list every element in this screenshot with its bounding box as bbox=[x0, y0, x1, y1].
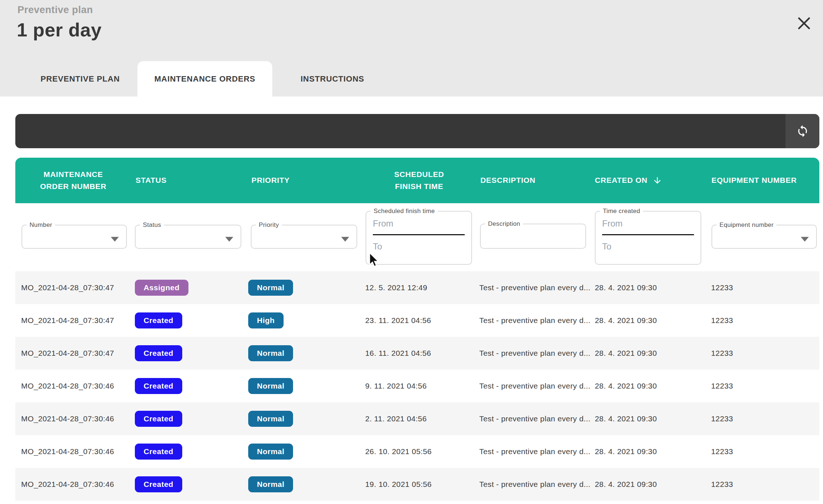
cell-created-on: 28. 4. 2021 09:30 bbox=[592, 337, 709, 370]
priority-badge: Normal bbox=[248, 476, 293, 492]
cell-priority: Normal bbox=[246, 435, 361, 468]
dropdown-arrow-icon bbox=[341, 237, 349, 241]
cell-status: Created bbox=[131, 435, 246, 468]
tab-preventive-plan[interactable]: PREVENTIVE PLAN bbox=[22, 61, 139, 97]
cell-scheduled-finish-time: 2. 11. 2021 04:56 bbox=[361, 402, 477, 435]
cell-order-number: MO_2021-04-28_07:30:47 bbox=[15, 271, 131, 304]
cell-equipment-number: 12233 bbox=[709, 435, 819, 468]
cell-description: Test - preventive plan every d... bbox=[477, 370, 592, 402]
cell-status: Created bbox=[131, 337, 246, 370]
status-badge: Assigned bbox=[135, 280, 188, 296]
column-header-order-number[interactable]: MAINTENANCE ORDER NUMBER bbox=[15, 158, 131, 203]
scheduled-finish-from-input[interactable] bbox=[373, 215, 465, 235]
time-created-from-input[interactable] bbox=[602, 215, 694, 235]
cell-priority: Normal bbox=[246, 402, 361, 435]
filter-label: Description bbox=[485, 220, 523, 228]
tab-label: MAINTENANCE ORDERS bbox=[154, 74, 255, 84]
table-row[interactable]: MO_2021-04-28_07:30:47 Created Normal 16… bbox=[15, 337, 819, 370]
refresh-button[interactable] bbox=[785, 114, 819, 148]
filter-label: Status bbox=[140, 221, 164, 229]
cell-scheduled-finish-time: 12. 5. 2021 12:49 bbox=[361, 271, 477, 304]
column-header-scheduled-finish-time[interactable]: SCHEDULED FINISH TIME bbox=[361, 158, 477, 203]
close-button[interactable] bbox=[794, 13, 814, 34]
dropdown-arrow-icon bbox=[111, 237, 119, 241]
cell-description: Test - preventive plan every d... bbox=[477, 271, 592, 304]
cell-priority: High bbox=[246, 304, 361, 337]
tab-label: INSTRUCTIONS bbox=[301, 74, 364, 84]
status-badge: Created bbox=[135, 345, 182, 361]
time-created-to-input[interactable] bbox=[602, 237, 694, 256]
status-badge: Created bbox=[135, 312, 182, 328]
maintenance-orders-table: MAINTENANCE ORDER NUMBER STATUS PRIORITY… bbox=[15, 158, 819, 501]
cell-scheduled-finish-time: 26. 10. 2021 05:56 bbox=[361, 435, 477, 468]
cell-status: Created bbox=[131, 402, 246, 435]
sort-descending-icon bbox=[652, 176, 662, 185]
priority-badge: Normal bbox=[248, 378, 293, 394]
cell-order-number: MO_2021-04-28_07:30:47 bbox=[15, 304, 131, 337]
table-body: MO_2021-04-28_07:30:47 Assigned Normal 1… bbox=[15, 271, 819, 501]
table-filter-row: Number Status Priority Scheduled finish … bbox=[15, 203, 819, 271]
filter-status-select[interactable]: Status bbox=[135, 221, 241, 249]
priority-badge: High bbox=[248, 312, 284, 328]
table-toolbar bbox=[15, 114, 819, 148]
filter-label: Number bbox=[27, 221, 55, 229]
priority-badge: Normal bbox=[248, 411, 293, 427]
close-icon bbox=[796, 15, 812, 31]
cell-description: Test - preventive plan every d... bbox=[477, 304, 592, 337]
column-header-equipment-number[interactable]: EQUIPMENT NUMBER bbox=[709, 158, 819, 203]
column-header-priority[interactable]: PRIORITY bbox=[246, 158, 361, 203]
cell-equipment-number: 12233 bbox=[709, 304, 819, 337]
tab-maintenance-orders[interactable]: MAINTENANCE ORDERS bbox=[137, 61, 272, 97]
cell-created-on: 28. 4. 2021 09:30 bbox=[592, 435, 709, 468]
status-badge: Created bbox=[135, 411, 182, 427]
cell-scheduled-finish-time: 23. 11. 2021 04:56 bbox=[361, 304, 477, 337]
filter-label: Time created bbox=[600, 208, 643, 215]
cell-equipment-number: 12233 bbox=[709, 370, 819, 402]
cell-description: Test - preventive plan every d... bbox=[477, 468, 592, 501]
cell-status: Created bbox=[131, 370, 246, 402]
dropdown-arrow-icon bbox=[801, 237, 809, 241]
table-row[interactable]: MO_2021-04-28_07:30:46 Created Normal 2.… bbox=[15, 402, 819, 435]
table-row[interactable]: MO_2021-04-28_07:30:46 Created Normal 19… bbox=[15, 468, 819, 501]
cell-created-on: 28. 4. 2021 09:30 bbox=[592, 271, 709, 304]
filter-number-select[interactable]: Number bbox=[22, 221, 127, 249]
priority-badge: Normal bbox=[248, 444, 293, 460]
cell-created-on: 28. 4. 2021 09:30 bbox=[592, 304, 709, 337]
preventive-plan-dialog: Preventive plan 1 per day PREVENTIVE PLA… bbox=[0, 0, 823, 504]
scheduled-finish-to-input[interactable] bbox=[373, 237, 465, 256]
cell-equipment-number: 12233 bbox=[709, 402, 819, 435]
filter-description-input[interactable]: Description bbox=[480, 220, 586, 249]
tab-label: PREVENTIVE PLAN bbox=[40, 74, 120, 84]
cell-scheduled-finish-time: 16. 11. 2021 04:56 bbox=[361, 337, 477, 370]
cell-equipment-number: 12233 bbox=[709, 337, 819, 370]
tab-instructions[interactable]: INSTRUCTIONS bbox=[272, 61, 393, 97]
cell-scheduled-finish-time: 9. 11. 2021 04:56 bbox=[361, 370, 477, 402]
table-row[interactable]: MO_2021-04-28_07:30:46 Created Normal 9.… bbox=[15, 370, 819, 402]
column-header-status[interactable]: STATUS bbox=[131, 158, 246, 203]
cell-priority: Normal bbox=[246, 271, 361, 304]
cell-order-number: MO_2021-04-28_07:30:46 bbox=[15, 468, 131, 501]
column-header-description[interactable]: DESCRIPTION bbox=[477, 158, 592, 203]
page-title: 1 per day bbox=[17, 19, 102, 41]
cell-created-on: 28. 4. 2021 09:30 bbox=[592, 468, 709, 501]
filter-time-created: Time created bbox=[595, 208, 701, 265]
cell-priority: Normal bbox=[246, 468, 361, 501]
column-header-created-on[interactable]: CREATED ON bbox=[592, 158, 709, 203]
status-badge: Created bbox=[135, 476, 182, 492]
filter-equipment-number-select[interactable]: Equipment number bbox=[711, 221, 817, 249]
table-row[interactable]: MO_2021-04-28_07:30:46 Created Normal 26… bbox=[15, 435, 819, 468]
filter-label: Scheduled finish time bbox=[371, 208, 438, 215]
status-badge: Created bbox=[135, 444, 182, 460]
filter-scheduled-finish-time: Scheduled finish time bbox=[366, 208, 472, 265]
filter-label: Equipment number bbox=[717, 221, 776, 229]
priority-badge: Normal bbox=[248, 345, 293, 361]
dropdown-arrow-icon bbox=[225, 237, 233, 241]
table-header: MAINTENANCE ORDER NUMBER STATUS PRIORITY… bbox=[15, 158, 819, 203]
cell-order-number: MO_2021-04-28_07:30:46 bbox=[15, 402, 131, 435]
filter-priority-select[interactable]: Priority bbox=[251, 221, 357, 249]
cell-description: Test - preventive plan every d... bbox=[477, 337, 592, 370]
cell-equipment-number: 12233 bbox=[709, 271, 819, 304]
filter-label: Priority bbox=[256, 221, 282, 229]
table-row[interactable]: MO_2021-04-28_07:30:47 Assigned Normal 1… bbox=[15, 271, 819, 304]
table-row[interactable]: MO_2021-04-28_07:30:47 Created High 23. … bbox=[15, 304, 819, 337]
